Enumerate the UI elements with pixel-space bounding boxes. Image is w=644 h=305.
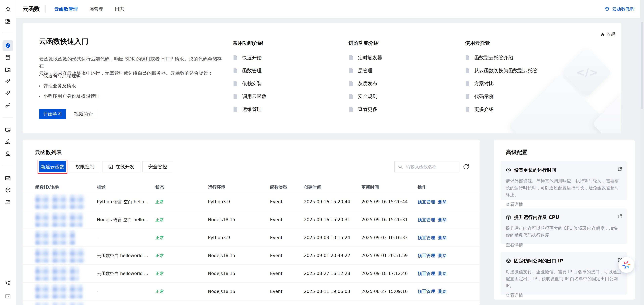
advanced-config-panel: 高级配置 设置更长的运行时间 请求外部资源、等待其他调用响应、执行耗时较久，需要… <box>494 140 635 300</box>
preset-manage-link[interactable]: 预置管理 <box>418 235 435 241</box>
permission-control-button[interactable]: 权限控制 <box>70 161 100 172</box>
delete-link[interactable]: 删除 <box>438 199 447 205</box>
tab-layer-management[interactable]: 层管理 <box>89 6 103 12</box>
online-ide-button[interactable]: 在线开发 <box>102 161 140 172</box>
doc-link[interactable]: 代码示例 <box>465 94 538 99</box>
preset-manage-link[interactable]: 预置管理 <box>418 271 435 277</box>
quickstart-card: </> 收起 云函数快速入门 云函数以函数的形式运行后端代码，响应 SDK 的调… <box>23 23 621 133</box>
create-function-button[interactable]: 新建云函数 <box>39 161 66 172</box>
delete-link[interactable]: 删除 <box>438 235 447 241</box>
pinwheel-logo-icon <box>621 260 632 270</box>
search-input[interactable] <box>406 164 461 169</box>
security-control-button[interactable]: 安全管控 <box>142 161 173 172</box>
doc-link[interactable]: 依赖安装 <box>233 81 266 86</box>
delete-link[interactable]: 删除 <box>438 289 447 295</box>
delete-link[interactable]: 删除 <box>438 253 447 259</box>
preset-manage-link[interactable]: 预置管理 <box>418 289 435 295</box>
link-icon[interactable] <box>5 102 11 108</box>
tab-logs[interactable]: 日志 <box>115 6 124 12</box>
doc-link[interactable]: 函数管理 <box>233 68 266 74</box>
delete-link[interactable]: 删除 <box>438 271 447 277</box>
config-card-runtime-duration[interactable]: 设置更长的运行时间 请求外部资源、等待其他调用响应、执行耗时较久，需要更长的运行… <box>500 161 627 200</box>
bullet-dot-icon <box>39 96 40 97</box>
tutorial-link[interactable]: 云函数教程 <box>604 6 634 12</box>
graduation-cap-icon <box>604 6 610 12</box>
redacted-function-name <box>35 230 76 245</box>
list-item: 快速编写后端逻辑 <box>39 73 100 78</box>
shopping-bag-icon[interactable] <box>5 199 11 205</box>
doc-link[interactable]: 快速开始 <box>233 55 266 61</box>
external-link-icon[interactable] <box>617 167 622 172</box>
page-scrollbar[interactable] <box>640 0 644 305</box>
view-detail-link[interactable]: 查看详情 <box>506 242 622 248</box>
scrollbar-thumb[interactable] <box>641 22 643 109</box>
table-row[interactable]: - 正常 Python3.9 Event 2025-09-03 10:15:24… <box>23 229 480 247</box>
function-list-title: 云函数列表 <box>35 149 62 156</box>
stamp-icon[interactable] <box>5 151 11 157</box>
column-cloudrun: 使用云托管 函数型云托管介绍 从云函数切换为函数型云托管 方案对比 代码示例 更… <box>465 40 538 119</box>
redacted-function-name <box>35 213 83 227</box>
preset-manage-link[interactable]: 预置管理 <box>418 199 435 205</box>
panel-collapse-icon[interactable] <box>5 293 11 299</box>
table-row[interactable]: - 正常 Nodejs18.15 Event 2025-08-11 19:06:… <box>23 282 480 300</box>
video-intro-button[interactable]: 视频简介 <box>70 109 97 119</box>
view-detail-link[interactable]: 查看详情 <box>506 202 622 208</box>
redacted-function-name <box>35 248 86 263</box>
chevron-double-up-icon <box>600 32 604 36</box>
doc-link[interactable]: 方案对比 <box>465 81 538 86</box>
table-row[interactable]: Nodejs 语言 空白 hello... 正常 Nodejs18.15 Eve… <box>23 211 480 229</box>
column-common-features: 常用功能介绍 快速开始 函数管理 依赖安装 调用云函数 运维管理 <box>233 40 266 119</box>
external-link-icon[interactable] <box>617 214 622 219</box>
sparkles-icon-2[interactable] <box>5 90 11 96</box>
sparkles-icon[interactable] <box>5 79 11 85</box>
home-icon[interactable] <box>5 6 11 12</box>
config-card-fixed-ip[interactable]: 固定访问公网的出口 IP 对接微信支付、企业微信、需要 IP 白名单的接口，可以… <box>500 252 627 295</box>
start-learning-button[interactable]: 开始学习 <box>39 109 66 119</box>
preset-manage-link[interactable]: 预置管理 <box>418 217 435 223</box>
status-badge: 正常 <box>155 235 208 241</box>
status-badge: 正常 <box>155 289 208 295</box>
delete-link[interactable]: 删除 <box>438 217 447 223</box>
table-row-partial[interactable] <box>23 300 480 305</box>
doc-link[interactable]: 运维管理 <box>233 107 266 112</box>
view-detail-link[interactable]: 查看详情 <box>506 293 622 298</box>
doc-link[interactable]: 灰度发布 <box>348 81 382 86</box>
scf-active-icon[interactable] <box>5 42 11 49</box>
collapse-toggle[interactable]: 收起 <box>600 31 615 37</box>
refresh-icon[interactable] <box>463 163 470 170</box>
page-title: 云函数 <box>23 5 40 13</box>
function-search[interactable] <box>394 161 459 172</box>
table-header: 函数ID/名称 描述 状态 运行环境 函数类型 创建时间 更新时间 操作 <box>23 182 480 193</box>
list-item: 弹性业务及请求 <box>39 83 100 88</box>
doc-link[interactable]: 调用云函数 <box>233 94 266 99</box>
preset-manage-link[interactable]: 预置管理 <box>418 253 435 259</box>
apps-grid-icon[interactable] <box>5 18 11 24</box>
doc-link[interactable]: 层管理 <box>348 68 382 74</box>
org-shapes-icon[interactable] <box>5 139 11 145</box>
assistant-floating-button[interactable] <box>618 257 634 273</box>
doc-link[interactable]: 从云函数切换为函数型云托管 <box>465 68 538 74</box>
table-row[interactable]: 云函数空白 helloworld ... 正常 Nodejs18.15 Even… <box>23 247 480 265</box>
doc-link[interactable]: 查看更多 <box>348 107 382 112</box>
config-card-memory-cpu[interactable]: 提升运行内存及 CPU 提升运行内存可以获得更大的 CPU 资源及内存额度，加快… <box>500 209 627 244</box>
doc-link[interactable]: 安全规则 <box>348 94 382 99</box>
database-icon[interactable] <box>5 54 11 60</box>
status-badge: 正常 <box>155 253 208 259</box>
doc-link[interactable]: 函数型云托管介绍 <box>465 55 538 61</box>
doc-link[interactable]: 更多介绍 <box>465 107 538 112</box>
git-branch-icon[interactable] <box>5 280 11 286</box>
table-row[interactable]: Python 语言 空白 hello... 正常 Python3.9 Event… <box>23 193 480 211</box>
table-row[interactable]: 云函数空白 helloworld ... 正常 Nodejs18.15 Even… <box>23 265 480 282</box>
bullet-dot-icon <box>39 85 40 87</box>
redacted-function-name <box>35 266 79 281</box>
quickstart-title: 云函数快速入门 <box>39 37 88 46</box>
tab-function-management[interactable]: 云函数管理 <box>54 6 78 12</box>
status-badge: 正常 <box>155 271 208 277</box>
bar-chart-icon[interactable] <box>5 175 11 181</box>
folder-cloud-icon[interactable] <box>5 67 11 73</box>
doc-link[interactable]: 定时触发器 <box>348 55 382 61</box>
highlight-red-frame: 新建云函数 <box>38 160 68 174</box>
function-list-card: 云函数列表 新建云函数 权限控制 在线开发 安全管控 函数ID/名称 <box>23 140 480 305</box>
cube-icon[interactable] <box>5 187 11 193</box>
browser-eye-icon[interactable] <box>5 127 11 133</box>
